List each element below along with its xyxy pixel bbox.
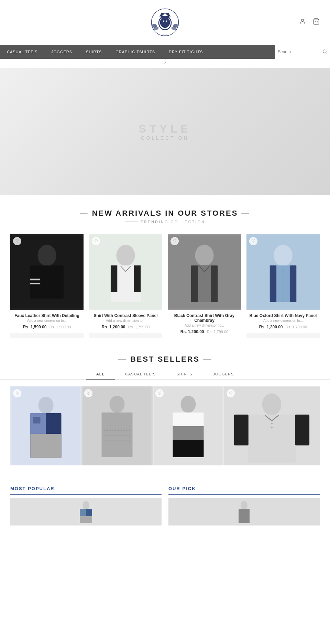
product-price-2: Rs. 1,200.00 Rs. 1,799.00 bbox=[92, 325, 160, 329]
svg-rect-47 bbox=[173, 440, 204, 457]
trending-section-subtitle: TRENDING COLLECTION bbox=[0, 220, 330, 224]
trending-product-2[interactable]: ♡ Shirt With Contrast Sleeve Panel Add a… bbox=[89, 234, 162, 338]
sub-nav-indicator: ✓ bbox=[163, 60, 167, 66]
product-image-4 bbox=[246, 234, 320, 310]
wishlist-btn-3[interactable]: ♡ bbox=[170, 237, 179, 245]
product-subtitle-4: Add a new dimension to... bbox=[249, 319, 317, 323]
bs-product-2[interactable]: ♡ ▲▲▲▲▲▲▲▲▲▲ ▲▲▲▲▲▲▲▲▲▲ ▲▲▲▲▲▲▲▲▲▲ bbox=[81, 386, 153, 465]
search-input[interactable] bbox=[278, 49, 322, 54]
cart-icon[interactable] bbox=[313, 18, 320, 27]
nav-item-graphic-tshirts[interactable]: GRAPHIC TSHIRTS bbox=[109, 45, 162, 59]
bs-product-1[interactable]: ♡ bbox=[10, 386, 81, 465]
wishlist-btn-1[interactable]: ♡ bbox=[13, 237, 21, 245]
product-name-4: Blue Oxford Shirt With Navy Panel bbox=[249, 313, 317, 318]
svg-rect-36 bbox=[33, 417, 41, 423]
svg-point-32 bbox=[38, 397, 54, 414]
trending-section-title: NEW ARRIVALS IN OUR STORES bbox=[0, 209, 330, 218]
trending-product-1[interactable]: ♡ Faux Leather Shirt With Detailing Add … bbox=[10, 234, 84, 338]
tab-joggers[interactable]: JOGGERS bbox=[203, 369, 244, 380]
product-subtitle-2: Add a new dimension to... bbox=[92, 319, 160, 323]
svg-rect-15 bbox=[30, 283, 40, 284]
trending-product-grid: ♡ Faux Leather Shirt With Detailing Add … bbox=[10, 234, 320, 338]
our-pick-col: OUR PICK bbox=[168, 486, 320, 526]
most-popular-title: MOST POPULAR bbox=[10, 486, 162, 495]
svg-rect-29 bbox=[270, 265, 276, 302]
svg-line-10 bbox=[326, 52, 327, 53]
hero-banner-sub-bg-text: COLLECTION bbox=[141, 135, 189, 141]
hero-banner-bg-text: STYLE bbox=[139, 123, 191, 135]
svg-point-4 bbox=[160, 17, 170, 28]
wishlist-btn-4[interactable]: ♡ bbox=[249, 237, 257, 245]
svg-text:▲▲▲▲▲▲▲▲▲▲: ▲▲▲▲▲▲▲▲▲▲ bbox=[103, 434, 131, 437]
svg-point-17 bbox=[116, 245, 135, 266]
header-icons bbox=[299, 18, 320, 27]
svg-rect-52 bbox=[295, 415, 309, 445]
product-name-3: Black Contrast Shirt With Gray Chambray bbox=[170, 313, 238, 323]
product-image-3 bbox=[168, 234, 241, 310]
svg-rect-20 bbox=[134, 265, 141, 292]
product-info-2: Shirt With Contrast Sleeve Panel Add a n… bbox=[89, 310, 162, 333]
svg-rect-45 bbox=[173, 413, 204, 426]
svg-point-38 bbox=[110, 396, 125, 413]
user-icon[interactable] bbox=[299, 18, 306, 27]
logo[interactable] bbox=[150, 7, 180, 38]
svg-point-54 bbox=[271, 427, 273, 428]
nav-search bbox=[275, 45, 330, 59]
tab-shirts[interactable]: SHIRTS bbox=[166, 369, 202, 380]
nav-bar: CASUAL TEE'S JOGGERS SHIRTS GRAPHIC TSHI… bbox=[0, 45, 330, 59]
wishlist-btn-2[interactable]: ♡ bbox=[92, 237, 100, 245]
product-price-3: Rs. 1,200.00 Rs. 1,799.00 bbox=[170, 329, 238, 334]
product-name-1: Faux Leather Shirt With Detailing bbox=[13, 313, 81, 318]
nav-item-joggers[interactable]: JOGGERS bbox=[44, 45, 79, 59]
our-pick-images bbox=[168, 498, 320, 526]
most-popular-col: MOST POPULAR bbox=[10, 486, 162, 526]
bs-wishlist-btn-4[interactable]: ♡ bbox=[227, 389, 235, 397]
svg-point-0 bbox=[301, 19, 304, 22]
svg-rect-19 bbox=[111, 265, 117, 292]
bs-image-1: ♡ bbox=[10, 386, 81, 465]
bs-wishlist-btn-1[interactable]: ♡ bbox=[13, 389, 21, 397]
svg-rect-46 bbox=[173, 426, 204, 440]
svg-rect-51 bbox=[234, 415, 249, 445]
product-info-1: Faux Leather Shirt With Detailing Add a … bbox=[10, 310, 84, 333]
nav-item-shirts[interactable]: SHIRTS bbox=[79, 45, 109, 59]
svg-point-12 bbox=[37, 245, 56, 266]
trending-section-title-area: NEW ARRIVALS IN OUR STORES TRENDING COLL… bbox=[0, 195, 330, 227]
nav-item-casual-tees[interactable]: CASUAL TEE'S bbox=[0, 45, 44, 59]
most-popular-img-1[interactable] bbox=[10, 498, 162, 526]
product-image-1 bbox=[10, 234, 84, 310]
svg-rect-58 bbox=[80, 509, 86, 516]
tab-all[interactable]: ALL bbox=[86, 369, 115, 380]
bs-wishlist-btn-2[interactable]: ♡ bbox=[84, 389, 92, 397]
svg-text:▲▲▲▲▲▲▲▲▲▲: ▲▲▲▲▲▲▲▲▲▲ bbox=[103, 439, 131, 442]
bs-wishlist-btn-3[interactable]: ♡ bbox=[155, 389, 164, 397]
best-sellers-title: BEST SELLERS bbox=[0, 355, 330, 364]
bs-product-4[interactable]: ♡ bbox=[224, 386, 320, 465]
search-icon[interactable] bbox=[322, 49, 327, 55]
svg-rect-24 bbox=[198, 265, 211, 302]
bs-image-2: ♡ ▲▲▲▲▲▲▲▲▲▲ ▲▲▲▲▲▲▲▲▲▲ ▲▲▲▲▲▲▲▲▲▲ bbox=[81, 386, 153, 465]
svg-point-26 bbox=[274, 245, 292, 266]
trending-product-4[interactable]: ♡ Blue Oxford Shirt With Navy Panel Add … bbox=[246, 234, 320, 338]
our-pick-img-1[interactable] bbox=[168, 498, 320, 526]
header bbox=[0, 0, 330, 45]
bottom-sections: MOST POPULAR OUR PICK bbox=[0, 476, 330, 529]
svg-point-53 bbox=[271, 423, 273, 425]
svg-text:▲▲▲▲▲▲▲▲▲▲: ▲▲▲▲▲▲▲▲▲▲ bbox=[103, 429, 131, 432]
nav-item-dry-fit-tights[interactable]: DRY FIT TIGHTS bbox=[162, 45, 210, 59]
svg-point-6 bbox=[163, 21, 164, 22]
best-sellers-product-grid: ♡ ♡ bbox=[0, 380, 330, 472]
best-sellers-tabs: ALL CASUAL TEE'S SHIRTS JOGGERS bbox=[0, 369, 330, 380]
tab-casual-tees[interactable]: CASUAL TEE'S bbox=[115, 369, 166, 380]
svg-point-44 bbox=[181, 396, 196, 413]
product-subtitle-1: Add a new dimension to... bbox=[13, 319, 81, 323]
trending-product-3[interactable]: ♡ Black Contrast Shirt With Gray Chambra… bbox=[168, 234, 241, 338]
most-popular-images bbox=[10, 498, 162, 526]
hero-banner: STYLE COLLECTION bbox=[0, 68, 330, 195]
svg-rect-62 bbox=[239, 509, 250, 523]
product-info-4: Blue Oxford Shirt With Navy Panel Add a … bbox=[246, 310, 320, 333]
svg-point-56 bbox=[82, 501, 89, 509]
bs-product-3[interactable]: ♡ bbox=[153, 386, 224, 465]
svg-point-9 bbox=[323, 49, 326, 53]
product-info-3: Black Contrast Shirt With Gray Chambray … bbox=[168, 310, 241, 338]
